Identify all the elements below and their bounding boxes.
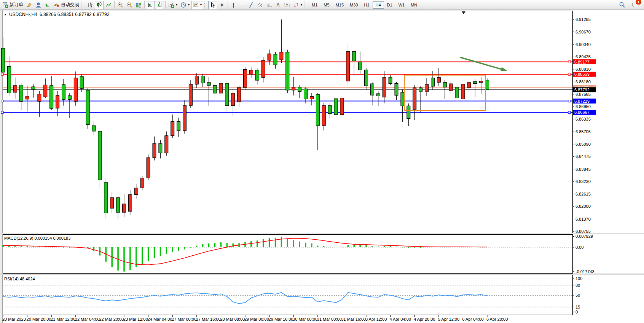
- candle: [467, 83, 471, 88]
- styler-button[interactable]: [25, 1, 34, 9]
- profile-button[interactable]: [34, 1, 43, 9]
- candle: [310, 96, 313, 99]
- tf-m1[interactable]: M1: [309, 1, 320, 9]
- clock-icon: [180, 2, 187, 8]
- candle: [316, 94, 319, 126]
- candle: [26, 96, 29, 99]
- channel-icon: E: [257, 2, 263, 8]
- add-indicator-button[interactable]: ▾: [167, 1, 179, 9]
- price-axis-label: 6.88180: [575, 80, 591, 84]
- candle: [352, 51, 356, 61]
- line-handle[interactable]: [568, 100, 571, 102]
- channel-tool[interactable]: E: [255, 1, 265, 9]
- main-toolbar: 新订单 自动交易 ▾ ▾: [0, 0, 644, 10]
- candle: [268, 54, 271, 60]
- chart-symbol-title[interactable]: ▼ USDCNH-,H4 6.88266 6.88351 6.87792 6.8…: [4, 12, 109, 17]
- tf-m15[interactable]: M15: [333, 1, 347, 9]
- price-axis-label: 6.83230: [575, 179, 591, 184]
- time-axis-label: 20 Mar 20:00: [27, 317, 51, 321]
- line-handle[interactable]: [568, 73, 571, 75]
- price-badge-label: 6.88559: [574, 72, 590, 76]
- candle: [238, 88, 241, 102]
- horizontal-line-tool[interactable]: —: [238, 1, 247, 9]
- time-axis-label: 23 Mar 12:00: [123, 317, 148, 321]
- price-axis-label: 6.85090: [575, 142, 591, 146]
- tile-windows-button[interactable]: [134, 1, 143, 9]
- toolbar-separator: [165, 1, 166, 8]
- line-chart-button[interactable]: [104, 1, 113, 9]
- candle: [123, 204, 126, 212]
- svg-text:F: F: [271, 5, 272, 8]
- templates-button[interactable]: ▾: [191, 1, 203, 9]
- cursor-tool-button[interactable]: [208, 1, 217, 9]
- chart-shift-icon: [147, 2, 153, 8]
- line-handle[interactable]: [568, 111, 571, 113]
- toolbar-grip: [81, 2, 84, 8]
- tf-m5[interactable]: M5: [320, 1, 332, 9]
- text-label-tool[interactable]: T: [282, 1, 292, 9]
- text-label-icon: T: [284, 2, 290, 8]
- candle: [286, 52, 289, 90]
- candle: [244, 69, 247, 88]
- autotrade-icon: [54, 2, 60, 8]
- price-axis-label: 6.91285: [575, 17, 591, 22]
- crosshair-icon: [219, 2, 225, 8]
- time-axis-label: 4 Apr 20:00: [414, 317, 435, 321]
- price-axis-label: 6.90670: [575, 30, 591, 34]
- signal-icon: [45, 2, 51, 8]
- fibonacci-tool[interactable]: F: [265, 1, 274, 9]
- candle: [480, 81, 483, 83]
- autotrade-button[interactable]: 自动交易: [52, 1, 81, 9]
- text-tool[interactable]: A: [274, 1, 282, 9]
- toolbar-separator: [144, 1, 145, 8]
- candle: [177, 122, 180, 131]
- bar-chart-button[interactable]: [86, 1, 95, 9]
- line-handle[interactable]: [568, 61, 571, 63]
- panel-separator[interactable]: [0, 274, 644, 275]
- zoom-in-button[interactable]: [116, 1, 125, 9]
- tf-m30[interactable]: M30: [347, 1, 361, 9]
- new-order-button[interactable]: 新订单: [1, 1, 25, 9]
- trendline-tool[interactable]: ╱: [247, 1, 255, 9]
- toolbar-grip: [204, 2, 207, 8]
- crosshair-tool-button[interactable]: [217, 1, 226, 9]
- tf-w1[interactable]: W1: [395, 1, 408, 9]
- chart-canvas[interactable]: 6.912856.906706.900406.894256.888106.881…: [0, 0, 644, 323]
- macd-axis-label: -0.017743: [575, 269, 595, 274]
- candlestick-chart-button[interactable]: [95, 1, 104, 9]
- candle: [19, 85, 23, 102]
- candle: [292, 87, 295, 90]
- time-axis-label: 24 Mar 04:00: [148, 317, 172, 321]
- vertical-line-tool[interactable]: |: [229, 1, 238, 9]
- candle: [50, 86, 53, 108]
- periods-button[interactable]: ▾: [179, 1, 191, 9]
- tf-d1[interactable]: D1: [384, 1, 395, 9]
- search-button[interactable]: [617, 1, 627, 9]
- candle: [455, 87, 459, 98]
- zoom-out-button[interactable]: [125, 1, 134, 9]
- tf-h1[interactable]: H1: [361, 1, 372, 9]
- candle: [407, 106, 410, 118]
- price-badge-label: 6.86667: [574, 110, 590, 115]
- candle: [219, 83, 223, 93]
- candle: [461, 84, 465, 99]
- panel-separator[interactable]: [0, 233, 644, 235]
- fibonacci-icon: F: [266, 2, 272, 8]
- candle: [328, 105, 332, 113]
- svg-text:E: E: [261, 5, 262, 8]
- macd-label: MACD(12,26,9) 0.000154 0.000183: [4, 236, 70, 240]
- chart-shift-button[interactable]: [146, 1, 155, 9]
- candle: [431, 78, 434, 86]
- signal-button[interactable]: [43, 1, 52, 9]
- arrows-tool[interactable]: ▾: [292, 1, 304, 9]
- auto-scroll-button[interactable]: [155, 1, 164, 9]
- notifications-button[interactable]: 1: [630, 1, 639, 9]
- line-handle[interactable]: [1, 100, 3, 102]
- line-handle[interactable]: [1, 111, 3, 113]
- candle: [140, 178, 144, 188]
- tf-mn[interactable]: MN: [408, 1, 420, 9]
- symbol-label: USDCNH-,H4: [9, 12, 37, 17]
- tf-h4[interactable]: H4: [373, 1, 384, 9]
- candle: [207, 83, 210, 85]
- price-axis-label: 6.85705: [575, 129, 591, 134]
